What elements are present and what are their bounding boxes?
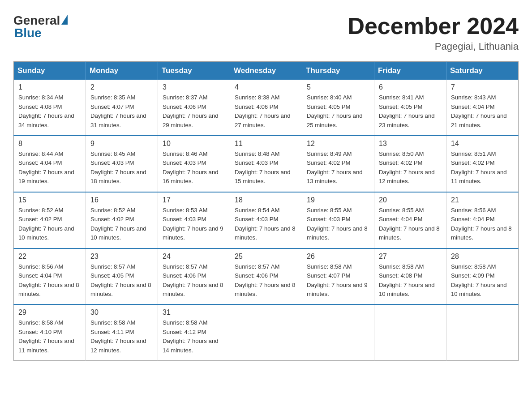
- day-info: Sunrise: 8:57 AM Sunset: 4:06 PM Dayligh…: [163, 262, 225, 299]
- day-number: 31: [163, 308, 225, 317]
- day-info: Sunrise: 8:48 AM Sunset: 4:03 PM Dayligh…: [235, 150, 297, 186]
- calendar-cell: 6 Sunrise: 8:41 AM Sunset: 4:05 PM Dayli…: [374, 80, 446, 136]
- logo-blue-text: Blue: [14, 26, 42, 40]
- calendar-cell: 13 Sunrise: 8:50 AM Sunset: 4:02 PM Dayl…: [374, 136, 446, 192]
- day-number: 27: [379, 253, 442, 261]
- calendar-cell: 9 Sunrise: 8:45 AM Sunset: 4:03 PM Dayli…: [86, 136, 158, 192]
- day-number: 11: [235, 140, 297, 148]
- calendar-cell: 27 Sunrise: 8:58 AM Sunset: 4:08 PM Dayl…: [374, 248, 446, 305]
- day-number: 1: [18, 83, 81, 91]
- day-number: 14: [451, 140, 514, 148]
- day-info: Sunrise: 8:37 AM Sunset: 4:06 PM Dayligh…: [163, 93, 225, 130]
- col-tuesday: Tuesday: [158, 62, 230, 80]
- calendar-cell: 12 Sunrise: 8:49 AM Sunset: 4:02 PM Dayl…: [302, 136, 374, 192]
- day-number: 15: [18, 196, 81, 204]
- day-info: Sunrise: 8:38 AM Sunset: 4:06 PM Dayligh…: [235, 93, 297, 130]
- day-number: 5: [307, 83, 369, 91]
- col-friday: Friday: [374, 62, 446, 80]
- calendar-cell: 4 Sunrise: 8:38 AM Sunset: 4:06 PM Dayli…: [230, 80, 302, 136]
- day-info: Sunrise: 8:44 AM Sunset: 4:04 PM Dayligh…: [18, 150, 81, 186]
- day-number: 18: [235, 196, 297, 204]
- day-number: 10: [163, 140, 225, 148]
- logo-triangle-icon: [61, 15, 68, 25]
- day-info: Sunrise: 8:58 AM Sunset: 4:11 PM Dayligh…: [90, 318, 153, 355]
- calendar-week-1: 1 Sunrise: 8:34 AM Sunset: 4:08 PM Dayli…: [14, 80, 519, 136]
- day-info: Sunrise: 8:55 AM Sunset: 4:03 PM Dayligh…: [307, 206, 369, 243]
- day-number: 9: [90, 140, 153, 148]
- day-number: 30: [90, 308, 153, 317]
- day-number: 20: [379, 196, 442, 204]
- day-number: 13: [379, 140, 442, 148]
- calendar-cell: 17 Sunrise: 8:53 AM Sunset: 4:03 PM Dayl…: [158, 192, 230, 248]
- calendar-cell: [230, 304, 302, 360]
- day-info: Sunrise: 8:43 AM Sunset: 4:04 PM Dayligh…: [451, 93, 514, 130]
- day-number: 21: [451, 196, 514, 204]
- day-info: Sunrise: 8:58 AM Sunset: 4:09 PM Dayligh…: [451, 262, 514, 299]
- day-info: Sunrise: 8:58 AM Sunset: 4:12 PM Dayligh…: [163, 318, 225, 355]
- col-wednesday: Wednesday: [230, 62, 302, 80]
- logo: General Blue: [13, 13, 68, 40]
- calendar-table: Sunday Monday Tuesday Wednesday Thursday…: [13, 61, 519, 361]
- calendar-cell: [374, 304, 446, 360]
- calendar-cell: 20 Sunrise: 8:55 AM Sunset: 4:04 PM Dayl…: [374, 192, 446, 248]
- calendar-cell: 7 Sunrise: 8:43 AM Sunset: 4:04 PM Dayli…: [446, 80, 519, 136]
- title-section: December 2024 Pagegiai, Lithuania: [348, 13, 519, 52]
- calendar-week-2: 8 Sunrise: 8:44 AM Sunset: 4:04 PM Dayli…: [14, 136, 519, 192]
- day-number: 23: [90, 253, 153, 261]
- day-info: Sunrise: 8:58 AM Sunset: 4:07 PM Dayligh…: [307, 262, 369, 299]
- day-number: 8: [18, 140, 81, 148]
- calendar-cell: 26 Sunrise: 8:58 AM Sunset: 4:07 PM Dayl…: [302, 248, 374, 305]
- calendar-cell: 22 Sunrise: 8:56 AM Sunset: 4:04 PM Dayl…: [14, 248, 86, 305]
- day-number: 3: [163, 83, 225, 91]
- day-info: Sunrise: 8:55 AM Sunset: 4:04 PM Dayligh…: [379, 206, 442, 243]
- calendar-cell: 24 Sunrise: 8:57 AM Sunset: 4:06 PM Dayl…: [158, 248, 230, 305]
- day-number: 7: [451, 83, 514, 91]
- calendar-week-3: 15 Sunrise: 8:52 AM Sunset: 4:02 PM Dayl…: [14, 192, 519, 248]
- day-number: 19: [307, 196, 369, 204]
- day-info: Sunrise: 8:57 AM Sunset: 4:05 PM Dayligh…: [90, 262, 153, 299]
- day-number: 17: [163, 196, 225, 204]
- calendar-cell: 30 Sunrise: 8:58 AM Sunset: 4:11 PM Dayl…: [86, 304, 158, 360]
- month-title: December 2024: [348, 13, 519, 39]
- calendar-cell: 11 Sunrise: 8:48 AM Sunset: 4:03 PM Dayl…: [230, 136, 302, 192]
- calendar-cell: 15 Sunrise: 8:52 AM Sunset: 4:02 PM Dayl…: [14, 192, 86, 248]
- day-number: 26: [307, 253, 369, 261]
- day-number: 28: [451, 253, 514, 261]
- calendar-cell: [446, 304, 519, 360]
- calendar-cell: [302, 304, 374, 360]
- calendar-cell: 28 Sunrise: 8:58 AM Sunset: 4:09 PM Dayl…: [446, 248, 519, 305]
- day-info: Sunrise: 8:50 AM Sunset: 4:02 PM Dayligh…: [379, 150, 442, 186]
- calendar-week-4: 22 Sunrise: 8:56 AM Sunset: 4:04 PM Dayl…: [14, 248, 519, 305]
- day-info: Sunrise: 8:53 AM Sunset: 4:03 PM Dayligh…: [163, 206, 225, 243]
- day-info: Sunrise: 8:58 AM Sunset: 4:10 PM Dayligh…: [18, 318, 81, 355]
- calendar-week-5: 29 Sunrise: 8:58 AM Sunset: 4:10 PM Dayl…: [14, 304, 519, 360]
- day-number: 24: [163, 253, 225, 261]
- day-info: Sunrise: 8:56 AM Sunset: 4:04 PM Dayligh…: [451, 206, 514, 243]
- day-info: Sunrise: 8:56 AM Sunset: 4:04 PM Dayligh…: [18, 262, 81, 299]
- calendar-cell: 31 Sunrise: 8:58 AM Sunset: 4:12 PM Dayl…: [158, 304, 230, 360]
- calendar-cell: 5 Sunrise: 8:40 AM Sunset: 4:05 PM Dayli…: [302, 80, 374, 136]
- calendar-cell: 29 Sunrise: 8:58 AM Sunset: 4:10 PM Dayl…: [14, 304, 86, 360]
- day-number: 2: [90, 83, 153, 91]
- day-info: Sunrise: 8:51 AM Sunset: 4:02 PM Dayligh…: [451, 150, 514, 186]
- day-number: 16: [90, 196, 153, 204]
- day-number: 25: [235, 253, 297, 261]
- calendar-cell: 14 Sunrise: 8:51 AM Sunset: 4:02 PM Dayl…: [446, 136, 519, 192]
- day-info: Sunrise: 8:49 AM Sunset: 4:02 PM Dayligh…: [307, 150, 369, 186]
- calendar-cell: 2 Sunrise: 8:35 AM Sunset: 4:07 PM Dayli…: [86, 80, 158, 136]
- day-number: 29: [18, 308, 81, 317]
- calendar-cell: 23 Sunrise: 8:57 AM Sunset: 4:05 PM Dayl…: [86, 248, 158, 305]
- location-subtitle: Pagegiai, Lithuania: [348, 41, 519, 52]
- calendar-cell: 19 Sunrise: 8:55 AM Sunset: 4:03 PM Dayl…: [302, 192, 374, 248]
- day-number: 4: [235, 83, 297, 91]
- col-thursday: Thursday: [302, 62, 374, 80]
- day-number: 22: [18, 253, 81, 261]
- day-info: Sunrise: 8:52 AM Sunset: 4:02 PM Dayligh…: [90, 206, 153, 243]
- calendar-cell: 21 Sunrise: 8:56 AM Sunset: 4:04 PM Dayl…: [446, 192, 519, 248]
- calendar-cell: 8 Sunrise: 8:44 AM Sunset: 4:04 PM Dayli…: [14, 136, 86, 192]
- day-info: Sunrise: 8:40 AM Sunset: 4:05 PM Dayligh…: [307, 93, 369, 130]
- page-header: General Blue December 2024 Pagegiai, Lit…: [13, 13, 519, 52]
- day-info: Sunrise: 8:46 AM Sunset: 4:03 PM Dayligh…: [163, 150, 225, 186]
- calendar-cell: 10 Sunrise: 8:46 AM Sunset: 4:03 PM Dayl…: [158, 136, 230, 192]
- day-info: Sunrise: 8:52 AM Sunset: 4:02 PM Dayligh…: [18, 206, 81, 243]
